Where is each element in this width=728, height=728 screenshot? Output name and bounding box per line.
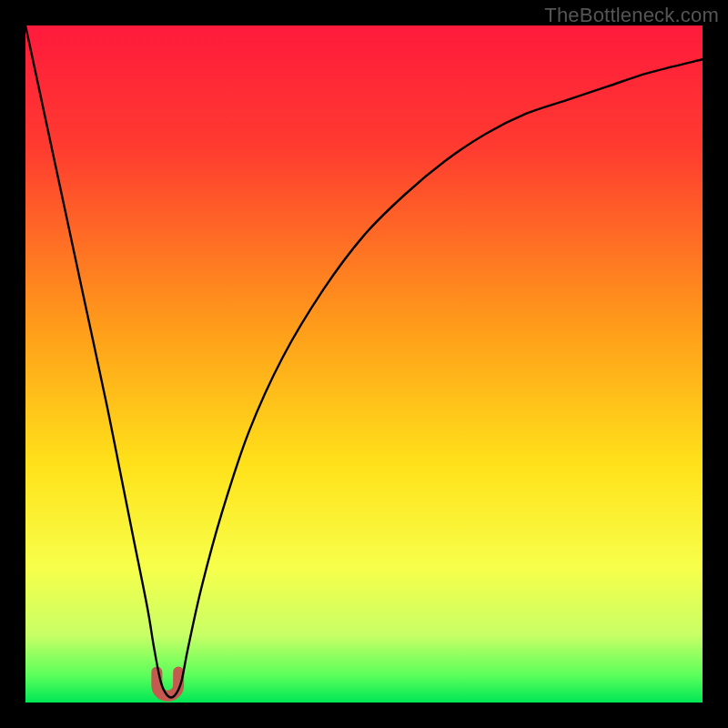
bottleneck-curve [25, 25, 703, 703]
outer-black-frame: TheBottleneck.com [0, 0, 728, 728]
plot-area [25, 25, 703, 703]
watermark-text: TheBottleneck.com [544, 4, 719, 27]
